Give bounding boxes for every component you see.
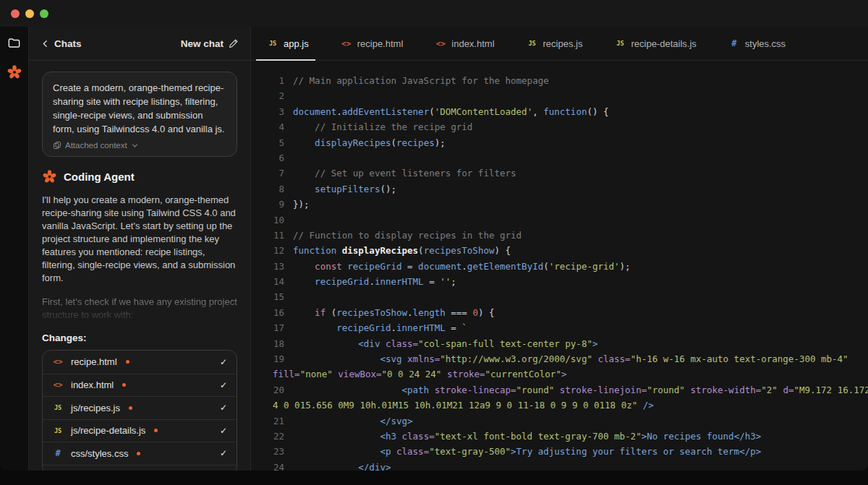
code-line: <div class="col-span-full text-center py… [293, 336, 597, 351]
traffic-lights [11, 9, 48, 18]
code-row: 5 displayRecipes(recipes); [251, 135, 868, 150]
line-number: 12 [251, 243, 284, 258]
code-row: 17 recipeGrid.innerHTML = ` [251, 320, 868, 335]
line-number: 23 [251, 444, 284, 459]
line-number: 16 [251, 305, 284, 320]
line-number: 14 [251, 274, 284, 289]
code-line: }); [293, 197, 310, 212]
tab-index.html[interactable]: <>index.html [419, 27, 510, 60]
code-line: recipeGrid.innerHTML = ` [293, 320, 467, 335]
file-row[interactable]: <>recipe.html✓ [43, 351, 237, 374]
code-row: 12function displayRecipes(recipesToShow)… [251, 243, 868, 258]
claude-logo-icon[interactable] [7, 64, 22, 80]
code-line: // Initialize the recipe grid [293, 119, 472, 134]
code-row: 4 // Initialize the recipe grid [251, 119, 868, 134]
tab-recipes.js[interactable]: JSrecipes.js [511, 27, 599, 60]
code-row: 11// Function to display recipes in the … [251, 228, 868, 243]
minimize-window-button[interactable] [25, 9, 34, 18]
code-line: // Function to display recipes in the gr… [293, 228, 522, 243]
css-file-icon: # [728, 38, 740, 48]
file-row[interactable]: #css/styles.css✓ [43, 442, 237, 465]
attached-context-label: Attached context [65, 141, 127, 150]
code-line: <svg xmlns="http://www.w3.org/2000/svg" … [293, 351, 848, 366]
file-row[interactable]: <>index.html✓ [43, 374, 237, 397]
changed-files-list: <>recipe.html✓<>index.html✓JSjs/recipes.… [42, 350, 237, 471]
close-window-button[interactable] [11, 9, 20, 18]
code-area[interactable]: 1// Main application JavaScript for the … [251, 61, 868, 471]
tab-recipe-details.js[interactable]: JSrecipe-details.js [598, 27, 712, 60]
code-row: 14 recipeGrid.innerHTML = ''; [251, 274, 868, 289]
code-row: 23 <p class="text-gray-500">Try adjustin… [251, 444, 868, 459]
file-name: css/styles.css [71, 448, 128, 459]
check-icon: ✓ [220, 448, 227, 458]
claude-logo-icon [42, 169, 57, 184]
tab-label: app.js [284, 38, 309, 49]
tab-label: index.html [451, 38, 494, 49]
code-line: function displayRecipes(recipesToShow) { [293, 243, 511, 258]
agent-message-faded-text: First, let's check if we have any existi… [42, 296, 237, 322]
line-number: 21 [251, 413, 284, 429]
js-file-icon: JS [52, 427, 64, 434]
code-line: recipeGrid.innerHTML = ''; [293, 274, 456, 289]
file-row-partial [43, 465, 237, 471]
line-number: 15 [251, 289, 284, 304]
html-file-icon: <> [341, 39, 352, 48]
code-row: 6 [251, 150, 868, 166]
attached-context-toggle[interactable]: Attached context [53, 141, 226, 150]
file-name: index.html [71, 379, 114, 390]
check-icon: ✓ [220, 426, 227, 436]
back-to-chats-button[interactable]: Chats [41, 38, 82, 49]
tab-app.js[interactable]: JSapp.js [251, 27, 325, 60]
code-row: 7 // Set up event listeners for filters [251, 166, 868, 181]
check-icon: ✓ [220, 380, 227, 390]
line-number: 2 [251, 88, 284, 103]
code-line: setupFilters(); [293, 181, 396, 197]
copy-pages-icon [53, 141, 61, 150]
file-row[interactable]: JSjs/recipes.js✓ [43, 396, 237, 419]
code-row: 2 [251, 88, 868, 103]
code-line: if (recipesToShow.length === 0) { [293, 305, 495, 320]
main-area: Chats New chat Create a modern, orange-t… [0, 27, 868, 471]
code-editor: JSapp.js<>recipe.html<>index.htmlJSrecip… [251, 27, 868, 471]
code-row: 8 setupFilters(); [251, 181, 868, 197]
icon-rail [0, 27, 29, 471]
line-number: 24 [251, 460, 284, 471]
line-number: 4 [251, 119, 284, 134]
pencil-icon [229, 38, 239, 48]
line-number: 18 [251, 336, 284, 351]
code-row: 24 </div> [251, 460, 868, 471]
file-row[interactable]: JSjs/recipe-details.js✓ [43, 419, 237, 442]
code-row: 19 <svg xmlns="http://www.w3.org/2000/sv… [251, 351, 868, 366]
code-line: const recipeGrid = document.getElementBy… [293, 259, 631, 274]
chevron-down-icon [131, 142, 139, 150]
code-row: 1// Main application JavaScript for the … [251, 73, 868, 88]
line-number: 11 [251, 228, 284, 243]
modified-dot [137, 452, 140, 455]
tab-label: recipe-details.js [631, 38, 696, 49]
tab-recipe.html[interactable]: <>recipe.html [325, 27, 420, 60]
line-number: 5 [251, 135, 284, 150]
window-titlebar [0, 0, 868, 27]
line-number: 13 [251, 259, 284, 274]
line-number: 6 [251, 150, 284, 166]
new-chat-button[interactable]: New chat [181, 38, 239, 49]
code-row: 0fill="none" viewBox="0 0 24 24" stroke=… [251, 366, 868, 382]
file-name: recipe.html [71, 356, 117, 367]
tab-label: recipe.html [357, 38, 404, 49]
code-row: 13 const recipeGrid = document.getElemen… [251, 259, 868, 274]
modified-dot [154, 429, 158, 432]
code-row: 9}); [251, 197, 868, 212]
chat-sidebar: Chats New chat Create a modern, orange-t… [29, 27, 251, 471]
code-line: fill="none" viewBox="0 0 24 24" stroke="… [273, 366, 566, 382]
line-number: 19 [251, 351, 284, 366]
code-line: // Set up event listeners for filters [293, 166, 516, 181]
js-file-icon: JS [52, 404, 64, 411]
check-icon: ✓ [220, 357, 227, 367]
tab-styles.css[interactable]: #styles.css [712, 27, 801, 60]
code-line: <p class="text-gray-500">Try adjusting y… [293, 444, 761, 459]
line-number: 7 [251, 166, 284, 181]
code-row: 22 <h3 class="text-xl font-bold text-gra… [251, 429, 868, 444]
folder-icon[interactable] [7, 36, 21, 50]
agent-message-text: I'll help you create a modern, orange-th… [42, 194, 237, 285]
maximize-window-button[interactable] [40, 9, 48, 18]
